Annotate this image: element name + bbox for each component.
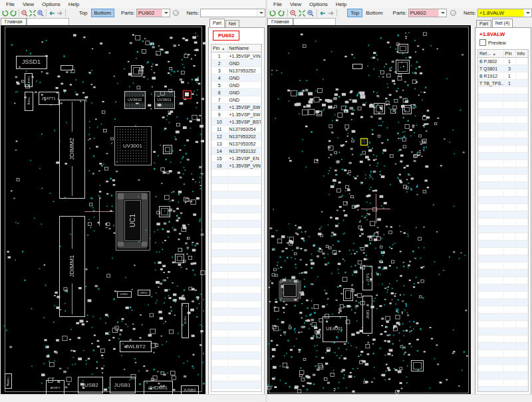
menu-file[interactable]: File — [2, 1, 19, 7]
table-row[interactable]: 8+1.35VSP_SW — [211, 104, 261, 111]
panel-tabs: Part Net — [208, 19, 265, 27]
table-row[interactable]: 4GND — [211, 74, 261, 82]
pcb-top-view-canvas[interactable] — [1, 25, 205, 395]
window-content: Главная Part Net (4) +1.8VALW Preview Re… — [267, 18, 532, 395]
table-row-empty — [211, 359, 261, 367]
table-row-empty — [478, 255, 528, 262]
rotate-cw-icon[interactable] — [277, 9, 286, 17]
nets-combobox[interactable] — [200, 9, 265, 17]
table-row-empty — [478, 116, 528, 124]
preview-label: Preview — [488, 40, 506, 46]
doc-tab-main[interactable]: Главная — [267, 18, 293, 25]
top-side-toggle[interactable]: Top — [347, 9, 362, 17]
tab-net[interactable]: Net — [225, 20, 239, 27]
rotate-ccw-icon[interactable] — [1, 9, 9, 17]
table-row-empty — [478, 211, 528, 219]
toolbar: Top Bottom Parts: PU602 Nets: +1.8VALW — [267, 8, 532, 18]
zoom-fit-icon[interactable] — [298, 9, 307, 17]
document-tabs: Главная — [267, 18, 472, 25]
table-row-empty — [478, 357, 528, 365]
table-row[interactable]: 7GND — [211, 96, 261, 104]
table-row[interactable]: B PJ8021 — [478, 58, 528, 65]
nets-value — [201, 9, 257, 17]
table-row[interactable]: 3N137953252 — [211, 67, 261, 74]
menu-file[interactable]: File — [269, 1, 286, 7]
table-row[interactable]: T TB_TPS..1 — [478, 80, 528, 87]
table-row[interactable]: 6GND — [211, 89, 261, 96]
table-row-empty — [478, 314, 528, 321]
column-header[interactable]: Pin — [503, 50, 515, 58]
table-row-empty — [211, 338, 261, 345]
menubar: File View Options Help — [0, 0, 265, 8]
parts-value: PU602 — [137, 9, 162, 17]
table-row[interactable]: 15+1.35VSP_EN — [211, 155, 261, 162]
table-row[interactable]: 16+1.35VSP_VIN — [211, 162, 261, 169]
tab-part[interactable]: Part — [476, 20, 491, 27]
bottom-side-toggle[interactable]: Bottom — [362, 9, 386, 17]
menu-help[interactable]: Help — [332, 1, 350, 7]
table-row-empty — [211, 221, 261, 228]
back-arrow-icon[interactable] — [48, 9, 56, 17]
table-row[interactable]: 12N137953202 — [211, 133, 261, 140]
forward-arrow-icon[interactable] — [327, 9, 335, 17]
chevron-down-icon[interactable] — [523, 9, 531, 17]
pcb-bottom-view-canvas[interactable] — [267, 25, 471, 395]
document-tabs: Главная — [1, 18, 206, 25]
table-row[interactable]: 10+1.35VSP_BST — [211, 118, 261, 126]
table-row[interactable]: T Q38013 — [478, 65, 528, 72]
table-row[interactable]: 13N137953052 — [211, 140, 261, 148]
pin-table-wrap: Pin▲NetName1+1.35VSP_VIN2GND3N1379532524… — [211, 44, 262, 392]
parts-combobox[interactable]: PU602 — [136, 9, 171, 17]
table-row-empty — [478, 262, 528, 270]
chevron-down-icon[interactable] — [257, 9, 265, 17]
column-header[interactable]: Pin▲ — [211, 45, 227, 52]
table-row[interactable]: B R19121 — [478, 72, 528, 80]
table-row[interactable]: 14N137953132 — [211, 148, 261, 155]
menu-view[interactable]: View — [19, 1, 38, 7]
table-row-empty — [211, 367, 261, 374]
rotate-cw-icon[interactable] — [9, 9, 17, 17]
zoom-fit-icon[interactable] — [29, 9, 37, 17]
highlight-bulb-icon[interactable] — [172, 9, 180, 17]
column-header[interactable]: Info — [515, 50, 528, 58]
highlight-bulb-icon[interactable] — [449, 9, 457, 17]
bottom-side-toggle[interactable]: Bottom — [91, 9, 114, 17]
top-side-toggle[interactable]: Top — [76, 9, 91, 17]
table-row-empty — [478, 336, 528, 343]
tab-net[interactable]: Net (4) — [492, 19, 513, 27]
menu-options[interactable]: Options — [305, 1, 332, 7]
column-header[interactable]: Ref...▲ — [478, 50, 503, 58]
column-header[interactable]: NetName — [227, 45, 261, 52]
menu-help[interactable]: Help — [65, 1, 83, 7]
table-row[interactable]: 1+1.35VSP_VIN — [211, 52, 261, 60]
table-row-empty — [478, 350, 528, 357]
table-row[interactable]: 2GND — [211, 60, 261, 67]
rotate-ccw-icon[interactable] — [269, 9, 277, 17]
table-row-empty — [211, 374, 261, 381]
chevron-down-icon[interactable] — [162, 9, 170, 17]
preview-checkbox[interactable] — [479, 39, 486, 46]
table-row-empty — [478, 241, 528, 248]
menu-options[interactable]: Options — [38, 1, 65, 7]
nets-label: Nets: — [464, 10, 476, 16]
table-row-empty — [211, 235, 261, 243]
window-content: Главная Part Net PU602 Pin▲NetName1+1.35… — [0, 18, 265, 395]
table-row[interactable]: 9+1.35VSP_SW — [211, 111, 261, 118]
pin-net-table[interactable]: Pin▲NetName1+1.35VSP_VIN2GND3N1379532524… — [211, 45, 261, 389]
menu-view[interactable]: View — [286, 1, 305, 7]
parts-combobox[interactable]: PU602 — [408, 9, 448, 17]
tab-part[interactable]: Part — [209, 19, 225, 27]
net-refs-table[interactable]: Ref...▲PinInfoB PJ8021T Q38013B R19121T … — [478, 50, 528, 392]
nets-combobox[interactable]: +1.8VALW — [477, 9, 532, 17]
zoom-in-icon[interactable] — [307, 9, 315, 17]
chevron-down-icon[interactable] — [438, 9, 446, 17]
table-row[interactable]: 11N137953054 — [211, 126, 261, 133]
doc-tab-main[interactable]: Главная — [1, 18, 27, 25]
forward-arrow-icon[interactable] — [56, 9, 64, 17]
zoom-out-icon[interactable] — [289, 9, 298, 17]
zoom-in-icon[interactable] — [37, 9, 45, 17]
table-row[interactable]: 5GND — [211, 82, 261, 89]
table-row-empty — [478, 182, 528, 189]
zoom-out-icon[interactable] — [21, 9, 29, 17]
back-arrow-icon[interactable] — [319, 9, 327, 17]
